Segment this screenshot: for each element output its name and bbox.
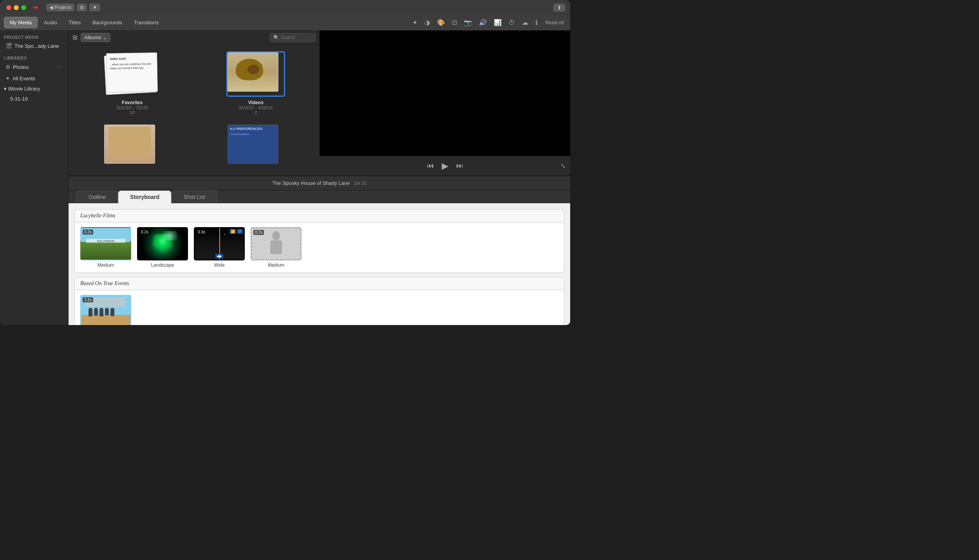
media-browser: ⊞ Albums ⌄ 🔍 — [69, 31, 320, 175]
videos-count: 2 — [239, 110, 273, 115]
titlebar: ➜ ◀ Projects ⊞ ▼ ⬆ — [0, 0, 570, 15]
favorites-date: 5/31/18 – 7/2/19 — [117, 105, 148, 110]
info-icon[interactable]: ℹ — [534, 18, 539, 27]
denoise-icon[interactable]: ☁ — [520, 18, 530, 27]
bottom-header: The Spooky House of Shady Lane 1m 2s — [69, 176, 570, 190]
grid-view-button[interactable]: ⊞ — [77, 4, 87, 11]
videos-name: Videos — [239, 100, 273, 105]
tab-audio[interactable]: Audio — [38, 17, 62, 28]
color-correction-icon[interactable]: 🎨 — [435, 18, 446, 27]
date-label: 5-31-19 — [10, 96, 28, 102]
search-input[interactable] — [281, 35, 312, 40]
storyboard-content: Lucybelle Films HOLLYWOOD 0.2s — [69, 203, 570, 325]
main-toolbar: My Media Audio Titles Backgrounds Transi… — [0, 15, 570, 31]
sidebar-item-date[interactable]: 5-31-19 — [2, 94, 67, 104]
clip-duration-4: 0.7s — [253, 230, 264, 235]
clip-thumb-wide: 📶 ⏱ ◀▶ 0.3s — [194, 227, 245, 260]
media-item-row2-2[interactable]: KA PREFERENCES mmunications — [198, 123, 314, 170]
media-item-row2-1[interactable] — [74, 123, 190, 170]
traffic-lights — [6, 5, 26, 10]
color-balance-icon[interactable]: ◑ — [423, 18, 432, 27]
close-button[interactable] — [6, 5, 11, 10]
back-icon: ◀ — [49, 5, 53, 10]
clip-label-3: Wide — [214, 262, 224, 268]
sidebar-item-photos[interactable]: ⚙ Photos ← — [2, 61, 67, 72]
camera-icon[interactable]: 📷 — [462, 18, 473, 27]
audio-icon[interactable]: 🔊 — [477, 18, 488, 27]
clip-thumb-placeholder: 0.7s — [251, 227, 302, 260]
person-silhouette — [266, 231, 286, 257]
media-item-videos[interactable]: Videos 9/23/13 – 4/18/14 2 — [198, 51, 314, 115]
content-media-area: ⊞ Albums ⌄ 🔍 — [69, 31, 570, 175]
tab-outline[interactable]: Outline — [76, 190, 118, 203]
star-icon: ✦ — [5, 75, 10, 81]
skip-to-start-button[interactable]: ⏮ — [427, 162, 434, 170]
reset-label: Reset All — [545, 20, 564, 25]
skip-to-end-button[interactable]: ⏭ — [456, 162, 463, 170]
clip-duration-group: 3.2s — [83, 297, 93, 302]
chart-icon[interactable]: 📊 — [492, 18, 503, 27]
lucybelle-clips: HOLLYWOOD 0.2s Medium — [75, 222, 564, 273]
clip-item-wide[interactable]: 📶 ⏱ ◀▶ 0.3s Wide — [194, 227, 245, 268]
storyboard-tab-label: Storyboard — [130, 194, 159, 200]
preview-area: ⏮ ▶ ⏭ ⤡ — [320, 31, 570, 175]
tab-titles[interactable]: Titles — [63, 17, 87, 28]
clip-overlay-icons: 📶 ⏱ — [229, 229, 243, 234]
videos-info: Videos 9/23/13 – 4/18/14 2 — [239, 100, 273, 115]
minimize-button[interactable] — [14, 5, 19, 10]
imovie-library-toggle[interactable]: ▾ iMovie Library — [0, 84, 68, 94]
magic-wand-icon[interactable]: ✦ — [411, 18, 419, 27]
fullscreen-expand-button[interactable]: ⤡ — [560, 162, 565, 170]
crop-icon[interactable]: ⊡ — [450, 18, 459, 27]
all-events-label: All Events — [13, 76, 35, 81]
tab-transitions[interactable]: Transitions — [128, 17, 164, 28]
transitions-label: Transitions — [134, 20, 159, 25]
section-title-lucybelle: Lucybelle Films — [80, 213, 116, 219]
tab-shot-list[interactable]: Shot List — [172, 190, 217, 203]
clip-item-placeholder[interactable]: 0.7s Medium — [251, 227, 302, 268]
toolbar-icons: ✦ ◑ 🎨 ⊡ 📷 🔊 📊 ⏱ ☁ ℹ Reset All — [411, 18, 566, 27]
clip-item-landscape[interactable]: 0.2s Landscape — [137, 227, 188, 268]
clip-item-group[interactable]: 3.2s Group — [80, 295, 131, 325]
play-button[interactable]: ▶ — [442, 161, 448, 171]
media-item-favorites[interactable]: make sure! ...when you are creating a li… — [74, 51, 190, 115]
tab-my-media[interactable]: My Media — [4, 17, 38, 28]
red-arrow-annotation: ➜ — [33, 3, 38, 12]
projects-label: Projects — [54, 5, 71, 10]
bottom-area: The Spooky House of Shady Lane 1m 2s Out… — [69, 175, 570, 325]
outline-tab-label: Outline — [89, 194, 106, 200]
share-button[interactable]: ⬆ — [553, 4, 565, 12]
libraries-label: LIBRARIES — [0, 54, 68, 61]
titlebar-nav: ◀ Projects ⊞ ▼ — [46, 4, 100, 11]
imovie-library-label: iMovie Library — [8, 86, 40, 92]
sidebar-item-all-events[interactable]: ✦ All Events — [2, 73, 67, 83]
layout-toggle-button[interactable]: ⊞ — [72, 34, 78, 41]
storyboard-section-lucybelle: Lucybelle Films HOLLYWOOD 0.2s — [74, 209, 564, 273]
chevron-down-icon: ▾ — [4, 86, 7, 92]
speed-icon[interactable]: ⏱ — [507, 18, 517, 27]
red-arrow-photos: ← — [56, 63, 63, 70]
clip-label-2: Landscape — [151, 262, 174, 268]
clip-thumb-group: 3.2s — [80, 295, 131, 325]
film-icon: 🎬 — [5, 43, 12, 49]
clip-duration-1: 0.2s — [83, 229, 93, 235]
projects-button[interactable]: ◀ Projects — [46, 4, 74, 11]
media-grid: make sure! ...when you are creating a li… — [69, 45, 320, 175]
albums-dropdown[interactable]: Albums ⌄ — [81, 33, 110, 42]
down-arrow-button[interactable]: ▼ — [89, 4, 100, 11]
videos-date: 9/23/13 – 4/18/14 — [239, 105, 273, 110]
audio-label: Audio — [44, 20, 57, 25]
clock-icon: ⏱ — [237, 229, 243, 234]
bottom-tabs: Outline Storyboard Shot List — [69, 190, 570, 203]
wifi-icon: 📶 — [229, 229, 236, 234]
preview-screen — [320, 31, 570, 156]
fullscreen-button[interactable] — [21, 5, 26, 10]
photos-icon: ⚙ — [5, 64, 11, 70]
favorites-count: 10 — [117, 110, 148, 115]
storyboard-section-based: Based On True Events — [74, 277, 564, 325]
tab-storyboard[interactable]: Storyboard — [118, 190, 172, 203]
clip-item-medium-1[interactable]: HOLLYWOOD 0.2s Medium — [80, 227, 131, 268]
tab-backgrounds[interactable]: Backgrounds — [87, 17, 128, 28]
sidebar-item-project[interactable]: 🎬 The Spo...ady Lane — [2, 41, 67, 51]
reset-all-button[interactable]: Reset All — [543, 19, 566, 26]
